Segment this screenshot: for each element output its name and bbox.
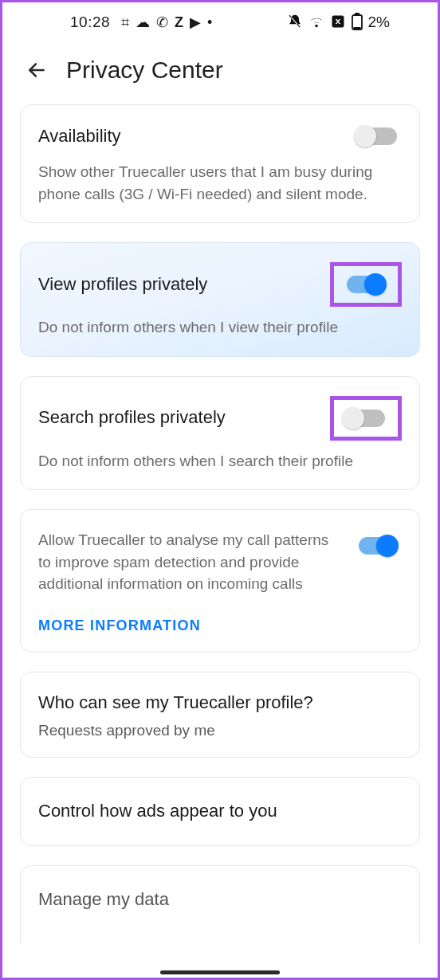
card-view-privately[interactable]: View profiles privately Do not inform ot…: [20, 242, 420, 357]
bell-off-icon: [287, 14, 303, 32]
card-title: View profiles privately: [38, 273, 207, 296]
card-manage-data[interactable]: Manage my data: [20, 865, 420, 943]
speech-icon: ☁: [136, 15, 150, 29]
toggle-view-privately[interactable]: [342, 272, 390, 296]
card-title: Availability: [38, 125, 121, 148]
back-button[interactable]: [25, 58, 49, 82]
card-desc: Do not inform others when I search their…: [38, 450, 402, 472]
svg-text:x: x: [335, 15, 340, 25]
statusbar-left: 10:28 ⌗ ☁ ✆ Z ▶ •: [70, 14, 212, 31]
card-availability[interactable]: Availability Show other Truecaller users…: [20, 104, 420, 223]
card-control-ads[interactable]: Control how ads appear to you: [20, 777, 420, 846]
statusbar: 10:28 ⌗ ☁ ✆ Z ▶ • x 2%: [2, 2, 438, 42]
battery-icon: [351, 12, 363, 33]
home-handle[interactable]: [160, 970, 280, 974]
statusbar-right: x 2%: [287, 12, 390, 33]
card-title: Search profiles privately: [38, 406, 226, 429]
card-desc: Allow Truecaller to analyse my call patt…: [38, 529, 343, 595]
card-title: Control how ads appear to you: [38, 800, 402, 823]
error-icon: x: [330, 14, 346, 32]
card-desc: Do not inform others when I view their p…: [38, 316, 402, 339]
youtube-icon: ▶: [190, 15, 201, 29]
card-search-privately[interactable]: Search profiles privately Do not inform …: [20, 376, 420, 491]
battery-text: 2%: [368, 14, 390, 31]
annotation-highlight: [330, 262, 402, 307]
toggle-analyse-calls[interactable]: [354, 534, 402, 558]
more-information-link[interactable]: MORE INFORMATION: [38, 617, 402, 634]
card-who-can-see[interactable]: Who can see my Truecaller profile? Reque…: [20, 672, 420, 759]
card-title: Manage my data: [38, 888, 402, 911]
page-title: Privacy Center: [66, 57, 223, 84]
wifi-icon: [308, 13, 325, 33]
svg-rect-3: [355, 13, 359, 15]
card-analyse-calls[interactable]: Allow Truecaller to analyse my call patt…: [20, 509, 420, 653]
toggle-availability[interactable]: [354, 124, 402, 148]
statusbar-time: 10:28: [70, 14, 110, 31]
hash-icon: ⌗: [121, 15, 129, 29]
dot-icon: •: [207, 15, 212, 29]
back-arrow-icon: [26, 60, 47, 80]
annotation-highlight: [330, 396, 402, 441]
z-icon: Z: [175, 15, 183, 29]
card-title: Who can see my Truecaller profile?: [38, 692, 402, 715]
whatsapp-icon: ✆: [156, 15, 168, 29]
toggle-search-privately[interactable]: [342, 406, 390, 430]
card-desc: Show other Truecaller users that I am bu…: [38, 161, 402, 205]
header: Privacy Center: [2, 42, 438, 104]
card-value: Requests approved by me: [38, 722, 402, 739]
settings-list: Availability Show other Truecaller users…: [2, 104, 438, 943]
svg-rect-4: [353, 27, 360, 29]
